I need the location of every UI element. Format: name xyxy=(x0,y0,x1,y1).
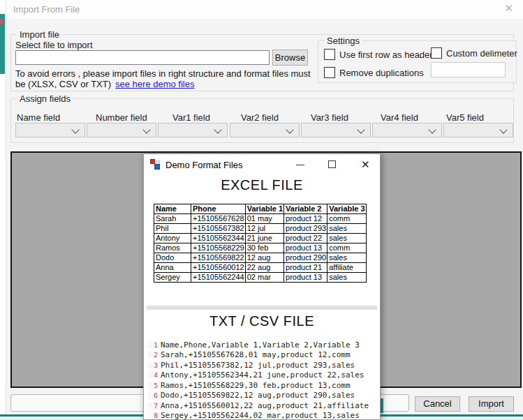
browse-button[interactable]: Browse xyxy=(272,50,308,66)
cell-var2: product 21 xyxy=(284,263,327,273)
cell-var3: sales xyxy=(327,234,366,243)
demo-format-files-window: Demo Format Files ✕ EXCEL FILE Name Phon… xyxy=(143,153,381,420)
dialog-title: Import From File xyxy=(13,4,80,15)
line-number: 4 xyxy=(148,371,161,379)
line-number: 7 xyxy=(148,402,161,410)
table-row: Dodo +15105569822 12 aug product 290 sal… xyxy=(154,253,367,263)
csv-line: 1Name,Phone,Variable 1,Variable 2,Variab… xyxy=(148,340,378,350)
number-field-select[interactable] xyxy=(87,123,156,137)
table-row: Antony +15105562344 21 june product 22 s… xyxy=(154,234,367,243)
cell-phone: +15105562344 xyxy=(191,234,246,243)
var2-field-select[interactable] xyxy=(230,123,300,137)
line-text: Sarah,+15105567628,01 may,product 12,com… xyxy=(161,350,351,359)
cell-phone: +15105569822 xyxy=(191,253,246,263)
var3-field-select[interactable] xyxy=(301,123,371,137)
import-hint-line1: To avoid errors , please import files in… xyxy=(15,68,311,79)
settings-group: Settings Use first row as header Remove … xyxy=(318,40,517,83)
chevron-down-icon xyxy=(499,126,507,133)
var4-field-select[interactable] xyxy=(372,123,442,137)
table-row: Ramos +15105568229 30 feb product 13 com… xyxy=(154,243,367,253)
line-text: Anna,+15105560012,22 aug,product 21,affi… xyxy=(161,401,369,410)
line-text: Sergey,+15105562244,02 mar,product 13,sa… xyxy=(161,411,360,420)
var5-field-select[interactable] xyxy=(443,123,513,137)
cancel-button[interactable]: Cancel xyxy=(415,396,460,412)
assign-fields-group: Assign fields Name field Number field Va… xyxy=(10,98,514,143)
table-row: Phil +15105567382 12 jul product 293 sal… xyxy=(154,224,367,234)
line-number: 8 xyxy=(148,412,161,419)
close-icon[interactable]: ✕ xyxy=(359,158,372,171)
excel-demo-table: Name Phone Variable 1 Variable 2 Variabl… xyxy=(154,204,367,283)
section-divider xyxy=(147,306,377,310)
import-button[interactable]: Import xyxy=(469,396,514,412)
select-file-label: Select file to import xyxy=(15,40,93,50)
line-text: Name,Phone,Variable 1,Variable 2,Variabl… xyxy=(161,340,360,350)
settings-group-label: Settings xyxy=(324,36,362,46)
var3-field-label: Var3 field xyxy=(311,112,348,123)
delimiter-input[interactable] xyxy=(431,62,506,77)
minimize-icon[interactable] xyxy=(296,165,304,165)
cell-phone: +15105560012 xyxy=(191,263,246,273)
demo-files-link[interactable]: see here demo files xyxy=(115,79,194,89)
background-app-icon-fragment xyxy=(0,19,3,24)
table-row: Sarah +15105567628 01 may product 12 com… xyxy=(154,214,367,224)
chevron-down-icon xyxy=(286,126,293,133)
use-first-row-checkbox[interactable] xyxy=(324,49,335,60)
custom-delimiter-checkbox[interactable] xyxy=(431,47,442,59)
line-number: 1 xyxy=(148,341,161,349)
number-field-label: Number field xyxy=(96,112,147,123)
cell-name: Dodo xyxy=(154,253,191,263)
csv-line: 5Ramos,+15105568229,30 feb,product 13,co… xyxy=(148,380,378,391)
cell-var3: affiliate xyxy=(327,263,366,273)
maximize-icon[interactable] xyxy=(328,160,336,168)
cell-var2: product 13 xyxy=(284,273,327,283)
cell-var1: 01 may xyxy=(245,214,283,224)
chevron-down-icon xyxy=(357,126,364,133)
dialog-titlebar[interactable]: Import From File ✕ xyxy=(6,0,523,19)
cell-var2: product 12 xyxy=(284,214,327,224)
table-row: Sergey +15105562244 02 mar product 13 sa… xyxy=(154,273,367,283)
cell-var3: sales xyxy=(327,253,366,263)
demo-window-titlebar[interactable]: Demo Format Files ✕ xyxy=(144,154,380,175)
csv-line: 2Sarah,+15105567628,01 may,product 12,co… xyxy=(148,350,378,361)
cell-var2: product 290 xyxy=(284,253,327,263)
cell-name: Sergey xyxy=(154,273,191,283)
line-number: 3 xyxy=(148,361,161,369)
cell-name: Ramos xyxy=(154,243,191,253)
line-number: 2 xyxy=(148,351,161,359)
csv-line: 7Anna,+15105560012,22 aug,product 21,aff… xyxy=(148,400,378,411)
line-number: 6 xyxy=(148,391,161,399)
cell-var3: comm xyxy=(327,214,366,224)
cell-var1: 22 aug xyxy=(245,263,283,273)
assign-fields-group-label: Assign fields xyxy=(17,93,73,104)
remove-duplications-checkbox[interactable] xyxy=(324,67,335,78)
cell-var1: 30 feb xyxy=(245,243,283,253)
table-row: Anna +15105560012 22 aug product 21 affi… xyxy=(154,263,367,273)
csv-listing: 1Name,Phone,Variable 1,Variable 2,Variab… xyxy=(148,340,378,420)
cell-var1: 02 mar xyxy=(245,273,283,283)
csv-line: 4Antony,+15105562344,21 june,product 22,… xyxy=(148,370,378,381)
var1-field-select[interactable] xyxy=(158,123,228,137)
var5-field-label: Var5 field xyxy=(446,112,484,123)
col-header: Phone xyxy=(191,204,246,214)
chevron-down-icon xyxy=(142,126,150,133)
cell-phone: +15105562244 xyxy=(191,273,246,283)
remove-duplications-label: Remove duplications xyxy=(339,68,424,78)
winforms-app-icon xyxy=(150,159,161,170)
line-number: 5 xyxy=(148,382,161,389)
line-text: Antony,+15105562344,21 june,product 22,s… xyxy=(161,370,364,380)
cell-phone: +15105568229 xyxy=(191,243,246,253)
table-header-row: Name Phone Variable 1 Variable 2 Variabl… xyxy=(154,204,367,214)
file-path-input[interactable] xyxy=(15,50,270,65)
line-text: Dodo,+15105569822,12 aug,product 290,sal… xyxy=(161,391,355,400)
cell-var3: sales xyxy=(327,273,366,283)
csv-file-heading: TXT / CSV FILE xyxy=(144,313,380,329)
cell-name: Sarah xyxy=(154,214,191,224)
cell-var1: 12 jul xyxy=(245,224,283,234)
cell-var3: comm xyxy=(327,243,366,253)
csv-line: 3Phil,+15105567382,12 jul,product 293,sa… xyxy=(148,360,378,370)
excel-file-heading: EXCEL FILE xyxy=(144,177,380,193)
cell-phone: +15105567382 xyxy=(191,224,246,234)
name-field-select[interactable] xyxy=(15,123,85,137)
cell-name: Antony xyxy=(154,234,191,243)
close-icon[interactable]: ✕ xyxy=(501,2,516,15)
